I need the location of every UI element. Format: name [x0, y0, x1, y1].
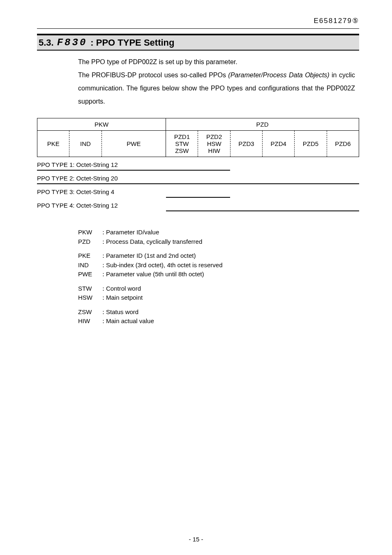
ppo4-label: PPO TYPE 4: Octet-String 12 — [37, 202, 359, 209]
octet-cell — [182, 210, 198, 211]
octet-cell — [182, 170, 198, 171]
body-paragraph: The PPO type of PDP002Z is set up by thi… — [78, 56, 355, 108]
hdr-ind: IND — [69, 131, 101, 157]
hdr-pzd4: PZD4 — [263, 131, 295, 157]
octet-cell — [150, 183, 166, 184]
def-val: Parameter value (5th until 8th octet) — [106, 270, 204, 279]
def-val: Control word — [106, 284, 141, 294]
ppo3-row — [37, 197, 359, 198]
octet-cell — [198, 183, 214, 184]
def-key: HSW — [78, 293, 100, 303]
octet-cell — [343, 210, 359, 211]
para-line2b: (Parameter/Process Data Objects) — [228, 72, 329, 79]
header-rule — [37, 28, 359, 29]
def-colon: ： — [100, 293, 106, 303]
octet-cell — [101, 170, 118, 171]
ppo1-label: PPO TYPE 1: Octet-String 12 — [37, 161, 359, 168]
octet-cell — [182, 183, 198, 184]
section-number: 5.3. — [39, 37, 54, 48]
octet-cell — [85, 170, 101, 171]
pzd1-c: ZSW — [175, 147, 189, 154]
def-val: Main setpoint — [106, 293, 143, 303]
octet-cell — [134, 170, 150, 171]
pzd1-a: PZD1 — [174, 133, 190, 140]
def-key: PKE — [78, 251, 100, 261]
def-key: STW — [78, 284, 100, 294]
doc-code-suffix: ⑤ — [352, 17, 359, 25]
hdr-pzd6: PZD6 — [327, 131, 359, 157]
def-val: Sub-index (3rd octet), 4th octet is rese… — [106, 261, 222, 270]
octet-cell — [311, 210, 327, 211]
octet-cell — [294, 210, 310, 211]
octet-cell — [327, 210, 343, 211]
ppo2-label: PPO TYPE 2: Octet-String 20 — [37, 175, 359, 182]
octet-cell — [214, 197, 230, 198]
octet-cell — [262, 210, 278, 211]
octet-cell — [198, 197, 214, 198]
octet-cell — [117, 183, 133, 184]
octet-cell — [262, 183, 278, 184]
ppo2-row — [37, 183, 359, 184]
def-colon: ： — [100, 261, 106, 270]
octet-cell — [133, 183, 149, 184]
ppo4-row — [37, 210, 359, 211]
section-heading: 5.3. F830 : PPO TYPE Setting — [37, 34, 359, 51]
hdr-pwe: PWE — [101, 131, 166, 157]
octet-cell — [230, 210, 246, 211]
pzd2-c: HIW — [208, 147, 220, 154]
def-key: PZD — [78, 237, 100, 247]
def-val: Status word — [106, 308, 138, 317]
def-colon: ： — [100, 228, 106, 237]
octet-cell — [166, 210, 182, 211]
para-line1: The PPO type of PDP002Z is set up by thi… — [78, 58, 238, 65]
octet-cell — [230, 183, 246, 184]
octet-cell — [182, 197, 198, 198]
pzd2-b: HSW — [207, 140, 221, 147]
octet-cell — [37, 183, 53, 184]
hdr-pke: PKE — [37, 131, 69, 157]
def-key: PWE — [78, 270, 100, 279]
hdr-pzd1: PZD1 STW ZSW — [166, 131, 198, 157]
definitions: PKW：Parameter ID/value PZD：Process Data,… — [78, 228, 359, 326]
def-key: HIW — [78, 317, 100, 326]
octet-cell — [198, 170, 214, 171]
def-colon: ： — [100, 270, 106, 279]
octet-cell — [69, 170, 85, 171]
octet-cell — [343, 183, 359, 184]
def-val: Main actual value — [106, 317, 154, 326]
section-title-rest: : PPO TYPE Setting — [90, 37, 174, 48]
ppo3-label: PPO TYPE 3: Octet-String 4 — [37, 188, 359, 195]
octet-cell — [214, 210, 230, 211]
octet-cell — [246, 183, 262, 184]
octet-cell — [327, 183, 343, 184]
octet-cell — [166, 197, 182, 198]
octet-cell — [214, 183, 230, 184]
def-colon: ： — [100, 237, 106, 247]
octet-cell — [118, 170, 134, 171]
octet-cell — [53, 170, 69, 171]
octet-cell — [166, 170, 182, 171]
def-key: ZSW — [78, 308, 100, 317]
octet-cell — [85, 183, 101, 184]
hdr-pkw: PKW — [37, 118, 166, 131]
octet-cell — [278, 183, 294, 184]
def-key: IND — [78, 261, 100, 270]
def-key: PKW — [78, 228, 100, 237]
page-number: - 15 - — [0, 536, 392, 543]
hdr-pzd3: PZD3 — [230, 131, 262, 157]
def-colon: ： — [100, 251, 106, 261]
octet-cell — [37, 170, 53, 171]
hdr-pzd: PZD — [166, 118, 359, 131]
octet-cell — [214, 170, 231, 171]
pzd1-b: STW — [175, 140, 189, 147]
octet-cell — [198, 210, 214, 211]
def-colon: ： — [100, 308, 106, 317]
hdr-pzd2: PZD2 HSW HIW — [198, 131, 230, 157]
octet-cell — [311, 183, 327, 184]
def-val: Process Data, cyclically transferred — [106, 237, 202, 247]
def-val: Parameter ID/value — [106, 228, 159, 237]
def-colon: ： — [100, 284, 106, 294]
ppo-diagram: PKW PZD PKE IND PWE PZD1 STW ZSW PZD2 HS… — [37, 118, 359, 211]
octet-cell — [101, 183, 117, 184]
octet-cell — [69, 183, 85, 184]
